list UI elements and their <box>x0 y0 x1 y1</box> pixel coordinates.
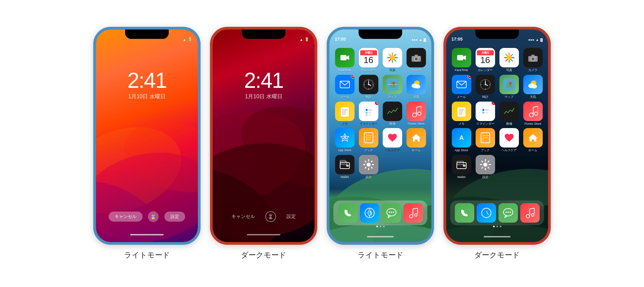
app-label-maps-dark: マップ <box>504 95 514 99</box>
dot-1 <box>376 226 378 227</box>
weather-icon-dark <box>523 75 543 94</box>
volume-down-btn-2[interactable] <box>210 95 211 108</box>
cancel-btn-dark[interactable]: キャンセル <box>231 214 255 220</box>
app-books[interactable]: ブック <box>357 128 380 152</box>
app-clock[interactable]: 時計 <box>357 75 380 99</box>
app-wallet-dark[interactable]: Wallet <box>450 155 473 179</box>
app-photos-dark[interactable]: 写真 <box>498 48 520 72</box>
app-facetime-dark[interactable]: FaceTime <box>450 48 473 72</box>
app-settings[interactable]: 設定 <box>357 155 380 179</box>
app-camera-dark[interactable]: カメラ <box>522 48 544 72</box>
home-indicator-dark-home <box>484 236 511 237</box>
svg-line-108 <box>506 54 507 56</box>
app-notes-dark[interactable]: メモ <box>450 102 473 126</box>
weather-svg-dark <box>527 78 539 91</box>
app-home-app[interactable]: ホーム <box>405 128 427 152</box>
app-books-dark[interactable]: ブック <box>474 128 496 152</box>
app-itunes[interactable]: iTunes Store <box>405 102 427 126</box>
svg-point-37 <box>364 84 365 85</box>
app-home-dark[interactable]: ホーム <box>522 128 544 152</box>
svg-line-77 <box>365 161 366 162</box>
dock-safari-dark[interactable] <box>477 203 496 223</box>
dock-music[interactable] <box>404 203 423 223</box>
app-appstore-dark[interactable]: A App Store <box>450 128 473 152</box>
app-calendar-dark[interactable]: 月曜日 16 カレンダー <box>474 48 496 72</box>
volume-up-btn-3[interactable] <box>327 76 328 90</box>
photos-svg <box>386 52 398 64</box>
app-facetime[interactable]: FaceTime <box>333 48 356 72</box>
app-stocks[interactable]: 株価 <box>381 102 404 126</box>
app-label-wallet: Wallet <box>340 175 349 179</box>
cancel-button[interactable]: キャンセル <box>109 212 143 222</box>
svg-point-140 <box>482 112 484 114</box>
dock-messages[interactable] <box>382 203 401 223</box>
power-btn-4[interactable] <box>550 83 551 103</box>
wallet-icon-dark <box>452 155 471 174</box>
app-label-camera-dark: カメラ <box>528 68 537 72</box>
volume-up-btn[interactable] <box>93 76 94 90</box>
app-weather-dark[interactable]: 天気 <box>522 75 544 99</box>
cal-header-dark: 月曜日 <box>477 50 494 55</box>
dock-phone[interactable] <box>338 203 358 223</box>
books-icon-dark <box>476 128 495 148</box>
dock-messages-dark[interactable] <box>498 203 518 223</box>
notch-2 <box>242 30 285 39</box>
app-mail-dark[interactable]: 2 メール <box>450 75 473 99</box>
settings-button[interactable]: 設定 <box>164 212 185 222</box>
status-time-4: 17:05 <box>451 37 463 42</box>
app-itunes-dark[interactable]: iTunes Store <box>522 102 544 126</box>
home-indicator-light-home <box>367 236 394 237</box>
app-health[interactable]: ヘルスケア <box>381 128 404 152</box>
dark-wallpaper <box>213 30 315 242</box>
app-stocks-dark[interactable]: 株価 <box>498 102 520 126</box>
reminders-badge-dark: 1 <box>491 102 495 105</box>
messages-svg-dark <box>503 208 514 218</box>
app-camera[interactable]: カメラ <box>405 48 427 72</box>
power-btn[interactable] <box>200 83 201 103</box>
app-maps[interactable]: マップ <box>381 75 404 99</box>
app-label-photos-dark: 写真 <box>506 68 512 72</box>
app-label-camera: カメラ <box>412 68 421 72</box>
app-photos[interactable]: 写真 <box>381 48 404 72</box>
app-reminders[interactable]: 1 リマインダー <box>357 102 380 126</box>
safari-icon <box>360 203 379 223</box>
app-reminders-dark[interactable]: 1 リマインダー <box>474 102 496 126</box>
app-wallet[interactable]: Wallet <box>333 155 356 179</box>
app-maps-dark[interactable]: マップ <box>498 75 520 99</box>
appstore-icon-dark: A <box>452 128 471 148</box>
volume-down-btn[interactable] <box>93 95 94 108</box>
safari-svg <box>364 208 375 218</box>
weather-icon <box>407 75 426 94</box>
app-label-ft-dark: FaceTime <box>455 68 468 72</box>
power-btn-3[interactable] <box>433 83 434 103</box>
app-settings-dark[interactable]: 設定 <box>474 155 496 179</box>
appstore-icon: A <box>335 128 355 148</box>
clock-svg <box>363 79 374 90</box>
app-label-clock: 時計 <box>366 95 372 99</box>
volume-up-btn-2[interactable] <box>210 76 211 90</box>
dark-lock-screen: ▲ 🔋 2:41 1月10日 水曜日 キャンセル ⌛ 設定 <box>213 30 315 242</box>
app-calendar[interactable]: 月曜日 16 カレンダー <box>357 48 380 72</box>
wallet-svg <box>339 160 350 169</box>
safari-icon-dark <box>477 203 496 223</box>
home-svg <box>411 133 421 143</box>
app-clock-dark[interactable]: 時計 <box>474 75 496 99</box>
stocks-svg-dark <box>503 107 515 116</box>
app-health-dark[interactable]: ヘルスケア <box>498 128 520 152</box>
volume-up-btn-4[interactable] <box>443 76 444 90</box>
app-appstore[interactable]: A App Store <box>333 128 356 152</box>
app-weather[interactable]: 天気 <box>405 75 427 99</box>
cal-number: 16 <box>364 55 373 65</box>
settings-btn-dark[interactable]: 設定 <box>286 214 296 220</box>
dock-phone-dark[interactable] <box>455 203 474 223</box>
dock-music-dark[interactable] <box>520 203 540 223</box>
power-btn-2[interactable] <box>316 83 317 103</box>
svg-line-166 <box>486 211 488 215</box>
svg-point-124 <box>485 89 486 89</box>
facetime-icon <box>335 48 355 67</box>
app-mail[interactable]: 2 メール <box>333 75 356 99</box>
volume-down-btn-4[interactable] <box>443 95 444 108</box>
dock-safari[interactable] <box>360 203 379 223</box>
volume-down-btn-3[interactable] <box>327 95 328 108</box>
app-notes[interactable]: メモ <box>333 102 356 126</box>
